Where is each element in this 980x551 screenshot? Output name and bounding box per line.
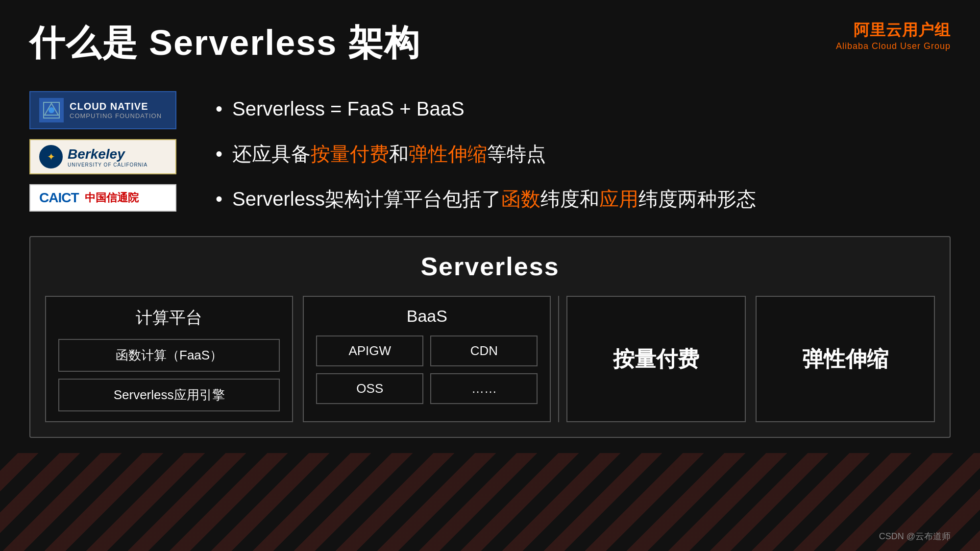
cncf-text: CLOUD NATIVE COMPUTING FOUNDATION (70, 101, 162, 120)
faas-box: 函数计算（FaaS） (58, 339, 280, 372)
brand-logo: 阿里云用户组 Alibaba Cloud User Group (836, 20, 951, 51)
baas-title: BaaS (316, 307, 538, 326)
diagram-title: Serverless (45, 252, 935, 281)
cncf-text-main: CLOUD NATIVE (70, 101, 162, 112)
caict-cn: 中国信通院 (85, 191, 139, 205)
bullet-3: • Serverless架构计算平台包括了函数纬度和应用纬度两种形态 (216, 186, 756, 212)
compute-platform-title: 计算平台 (58, 307, 280, 329)
cdn-box: CDN (430, 335, 538, 366)
highlight-按量付费: 按量付费 (311, 143, 389, 165)
bullet-dot-3: • (216, 186, 222, 212)
bullet-text-2: 还应具备按量付费和弹性伸缩等特点 (232, 141, 546, 167)
highlight-应用: 应用 (599, 188, 638, 210)
bullet-text-1: Serverless = FaaS + BaaS (232, 96, 465, 121)
caict-abbr: CAICT (39, 190, 79, 206)
berkeley-logo: ✦ Berkeley UNIVERSITY OF CALIFORNIA (29, 139, 176, 174)
compute-platform-box: 计算平台 函数计算（FaaS） Serverless应用引擎 (45, 296, 293, 422)
cncf-logo: CLOUD NATIVE COMPUTING FOUNDATION (29, 91, 176, 129)
top-section: CLOUD NATIVE COMPUTING FOUNDATION ✦ Berk… (29, 91, 951, 212)
bullets-column: • Serverless = FaaS + BaaS • 还应具备按量付费和弹性… (216, 91, 756, 212)
billing-text: 按量付费 (613, 345, 699, 374)
baas-box: BaaS APIGW CDN OSS …… (303, 296, 551, 422)
brand-name: 阿里云用户组 (836, 20, 951, 41)
bullet-text-3: Serverless架构计算平台包括了函数纬度和应用纬度两种形态 (232, 186, 756, 212)
more-box: …… (430, 373, 538, 404)
compute-inner-boxes: 函数计算（FaaS） Serverless应用引擎 (58, 339, 280, 411)
berkeley-seal: ✦ (39, 145, 63, 168)
bullet-dot-2: • (216, 141, 222, 167)
oss-box: OSS (316, 373, 423, 404)
divider-1 (558, 296, 559, 422)
diagram-container: Serverless 计算平台 函数计算（FaaS） Serverless应用引… (29, 236, 951, 438)
berkeley-text-main: Berkeley (68, 146, 147, 162)
caict-logo: CAICT 中国信通院 (29, 184, 176, 212)
bullet-2: • 还应具备按量付费和弹性伸缩等特点 (216, 141, 756, 167)
baas-inner-grid: APIGW CDN OSS …… (316, 335, 538, 404)
diagram-grid: 计算平台 函数计算（FaaS） Serverless应用引擎 BaaS APIG… (45, 296, 935, 422)
berkeley-text: Berkeley UNIVERSITY OF CALIFORNIA (68, 146, 147, 168)
logos-column: CLOUD NATIVE COMPUTING FOUNDATION ✦ Berk… (29, 91, 186, 212)
serverless-app-box: Serverless应用引擎 (58, 379, 280, 411)
scaling-box: 弹性伸缩 (756, 296, 935, 422)
bullet-dot-1: • (216, 96, 222, 121)
brand-subtitle: Alibaba Cloud User Group (836, 41, 951, 51)
content-wrapper: 什么是 Serverless 架构 阿里云用户组 Alibaba Cloud U… (0, 0, 980, 551)
billing-box: 按量付费 (566, 296, 746, 422)
apigw-box: APIGW (316, 335, 423, 366)
highlight-函数: 函数 (501, 188, 540, 210)
cncf-icon (39, 98, 64, 122)
berkeley-text-sub: UNIVERSITY OF CALIFORNIA (68, 162, 147, 168)
cncf-text-sub: COMPUTING FOUNDATION (70, 112, 162, 120)
scaling-text: 弹性伸缩 (802, 345, 888, 374)
bullet-1: • Serverless = FaaS + BaaS (216, 96, 756, 121)
highlight-弹性伸缩: 弹性伸缩 (409, 143, 487, 165)
page-title: 什么是 Serverless 架构 (29, 20, 420, 67)
header: 什么是 Serverless 架构 阿里云用户组 Alibaba Cloud U… (29, 20, 951, 67)
svg-point-2 (49, 107, 54, 113)
